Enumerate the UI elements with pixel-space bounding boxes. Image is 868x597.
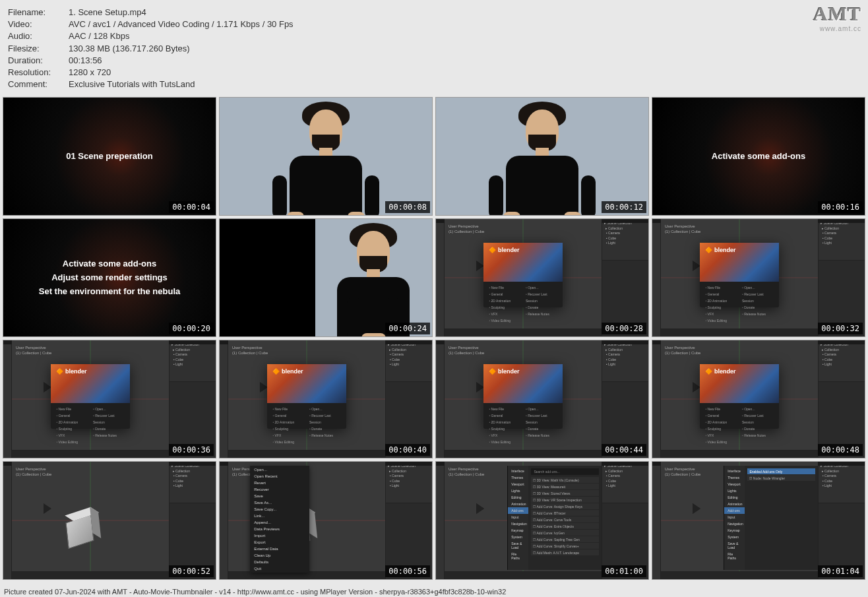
- thumbnail-1: 01 Scene preperation00:00:04: [3, 97, 216, 216]
- timestamp: 00:01:04: [818, 565, 863, 577]
- filesize-label: Filesize:: [8, 43, 69, 55]
- thumbnail-2: 00:00:08: [219, 97, 433, 216]
- comment-value: Exclusive Tutorials with TutsLand: [69, 79, 195, 90]
- filename-label: Filename:: [8, 7, 69, 18]
- audio-label: Audio:: [8, 30, 69, 42]
- duration-value: 00:13:56: [69, 55, 102, 67]
- duration-label: Duration:: [8, 55, 69, 67]
- timestamp: 00:00:20: [169, 323, 214, 334]
- thumbnail-9: User Perspective(1) Collection | Cubeble…: [3, 340, 216, 458]
- comment-label: Comment:: [8, 79, 69, 90]
- thumbnail-10: User Perspective(1) Collection | Cubeble…: [219, 340, 433, 458]
- timestamp: 00:00:12: [602, 201, 646, 213]
- video-label: Video:: [8, 18, 69, 30]
- thumbnail-7: User Perspective(1) Collection | Cubeble…: [435, 218, 649, 337]
- timestamp: 00:00:48: [818, 444, 863, 456]
- watermark-logo: AMT: [813, 3, 861, 25]
- thumbnail-8: User Perspective(1) Collection | Cubeble…: [652, 218, 865, 337]
- thumbnail-4: Activate some add-ons00:00:16: [652, 97, 865, 216]
- timestamp: 00:00:04: [169, 201, 214, 213]
- thumbnail-5: Activate some add-onsAdjust some render …: [3, 218, 216, 337]
- timestamp: 00:00:44: [602, 444, 646, 456]
- thumbnail-11: User Perspective(1) Collection | Cubeble…: [435, 340, 649, 458]
- timestamp: 00:00:36: [169, 444, 214, 456]
- resolution-label: Resolution:: [8, 67, 69, 79]
- filename-value: 1. Scene Setup.mp4: [69, 7, 146, 18]
- video-value: AVC / avc1 / Advanced Video Coding / 1.1…: [69, 18, 294, 30]
- timestamp: 00:00:08: [385, 201, 430, 213]
- metadata-header: Filename:1. Scene Setup.mp4 Video:AVC / …: [0, 0, 868, 96]
- thumbnail-6: 00:00:24: [219, 218, 433, 337]
- timestamp: 00:01:00: [602, 565, 646, 577]
- timestamp: 00:00:28: [602, 323, 646, 334]
- footer-text: Picture created 07-Jun-2024 with AMT - A…: [4, 588, 506, 596]
- thumbnail-grid: 01 Scene preperation00:00:0400:00:0800:0…: [0, 96, 868, 581]
- resolution-value: 1280 x 720: [69, 67, 111, 79]
- thumbnail-3: 00:00:12: [435, 97, 649, 216]
- audio-value: AAC / 128 Kbps: [69, 30, 130, 42]
- timestamp: 00:00:32: [818, 323, 863, 334]
- timestamp: 00:00:24: [385, 323, 430, 334]
- timestamp: 00:00:56: [385, 565, 430, 577]
- thumbnail-14: User Perspective(1) Collection | CubeOpe…: [219, 461, 433, 580]
- thumbnail-16: User Perspective(1) Collection | CubeInt…: [652, 461, 865, 580]
- timestamp: 00:00:40: [385, 444, 430, 456]
- thumbnail-12: User Perspective(1) Collection | Cubeble…: [652, 340, 865, 458]
- timestamp: 00:00:52: [169, 565, 214, 577]
- watermark-url: www.amt.cc: [813, 25, 861, 32]
- filesize-value: 130.38 MB (136.717.260 Bytes): [69, 43, 190, 55]
- watermark: AMT www.amt.cc: [813, 3, 861, 32]
- thumbnail-13: User Perspective(1) Collection | Cube▸ S…: [3, 461, 216, 580]
- thumbnail-15: User Perspective(1) Collection | CubeInt…: [435, 461, 649, 580]
- timestamp: 00:00:16: [818, 201, 863, 213]
